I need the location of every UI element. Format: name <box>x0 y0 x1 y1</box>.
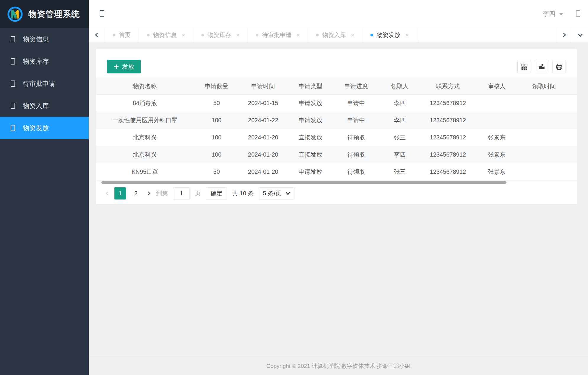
page-number-button-1[interactable]: 1 <box>114 187 126 199</box>
table-cell <box>474 95 519 112</box>
tab-close-icon[interactable] <box>182 32 185 38</box>
brand-logo-icon <box>7 6 24 23</box>
prev-page-button[interactable] <box>105 191 109 196</box>
table-cell: 待领取 <box>334 129 378 146</box>
table-cell: 张景东 <box>474 163 519 181</box>
columns-toggle-button[interactable] <box>517 60 531 73</box>
tab-close-icon[interactable] <box>405 32 409 38</box>
table-cell: 100 <box>194 112 239 129</box>
chevron-right-icon <box>147 191 151 196</box>
table-cell <box>569 163 577 181</box>
table-cell <box>569 95 577 112</box>
sidebar-item-label: 物资入库 <box>23 102 49 110</box>
sidebar-item-0[interactable]: 物资信息 <box>0 28 89 50</box>
caret-down-icon <box>559 13 563 15</box>
column-header-5: 领取人 <box>378 78 421 95</box>
tab-dot-icon <box>316 34 319 36</box>
user-dropdown[interactable]: 李四 <box>543 10 563 18</box>
tab-5[interactable]: 物资发放 <box>362 28 417 42</box>
chevron-left-icon <box>94 33 99 37</box>
issue-button[interactable]: 发放 <box>107 60 141 73</box>
page-size-select[interactable]: 5 条/页 <box>259 187 294 199</box>
tab-2[interactable]: 物资库存 <box>193 28 248 42</box>
tab-label: 物资库存 <box>208 31 231 39</box>
card-toolbar: 发放 <box>96 49 577 78</box>
goto-confirm-button[interactable]: 确定 <box>206 187 227 199</box>
table-cell <box>474 112 519 129</box>
app-root: 物资管理系统 物资信息物资库存待审批申请物资入库物资发放 李四 <box>0 0 588 375</box>
table-cell: 2024-01-20 <box>239 163 287 181</box>
table-row: 北京科兴1002024-01-20直接发放待领取张三12345678912张景东 <box>96 129 577 146</box>
tabbar-spacer <box>417 28 556 42</box>
tab-dot-icon <box>113 34 115 36</box>
column-header-0: 物资名称 <box>96 78 194 95</box>
sidebar-item-1[interactable]: 物资库存 <box>0 50 89 73</box>
table-cell: 50 <box>194 95 239 112</box>
page-number-button-2[interactable]: 2 <box>130 187 142 199</box>
table-cell: 100 <box>194 129 239 146</box>
table-row: 北京科兴1002024-01-20直接发放待领取李四12345678912张景东 <box>96 146 577 163</box>
table-cell <box>519 95 569 112</box>
menu-toggle-button[interactable] <box>100 10 104 18</box>
missing-glyph-icon <box>11 36 15 42</box>
export-button[interactable] <box>535 60 548 73</box>
tabs-scroll-left-button[interactable] <box>89 28 105 42</box>
tab-close-icon[interactable] <box>236 32 239 38</box>
table-cell: 100 <box>194 146 239 163</box>
print-button[interactable] <box>552 60 566 73</box>
sidebar-item-3[interactable]: 物资入库 <box>0 95 89 117</box>
table-row: 84消毒液502024-01-15申请发放申请中李四12345678912 <box>96 95 577 112</box>
tab-close-icon[interactable] <box>351 32 354 38</box>
table-cell: 2024-01-22 <box>239 112 287 129</box>
tab-0[interactable]: 首页 <box>105 28 139 42</box>
sidebar-item-label: 物资库存 <box>23 57 49 66</box>
table-cell: 12345678912 <box>421 95 474 112</box>
table-cell: 申请中 <box>334 95 378 112</box>
tab-1[interactable]: 物资信息 <box>139 28 193 42</box>
table-row: KN95口罩502024-01-20申请发放待领取张三12345678912张景… <box>96 163 577 181</box>
table-wrapper: 物资名称申请数量申请时间申请类型申请进度领取人联系方式审核人领取时间发放时间 8… <box>96 78 577 181</box>
tab-close-icon[interactable] <box>297 32 300 38</box>
sidebar-item-4[interactable]: 物资发放 <box>0 117 89 139</box>
logo-band: 物资管理系统 <box>0 0 89 28</box>
missing-glyph-icon <box>11 103 15 109</box>
sidebar-item-2[interactable]: 待审批申请 <box>0 73 89 95</box>
table-cell: 张三 <box>378 129 421 146</box>
table-cell: 申请发放 <box>287 112 334 129</box>
content-area: 发放 <box>89 42 588 357</box>
header-right-icon-button[interactable] <box>576 10 580 18</box>
table-cell: 2024-01-20 <box>239 146 287 163</box>
sidebar-item-label: 待审批申请 <box>23 79 55 88</box>
table-cell: 一次性使用医用外科口罩 <box>96 112 194 129</box>
table-cell: 84消毒液 <box>96 95 194 112</box>
table-cell <box>519 146 569 163</box>
tab-label: 物资发放 <box>377 31 400 39</box>
tab-label: 首页 <box>119 31 131 39</box>
tab-dot-icon <box>147 34 150 36</box>
tab-4[interactable]: 物资入库 <box>308 28 362 42</box>
missing-glyph-icon <box>11 125 15 131</box>
tab-dot-icon <box>370 34 373 36</box>
table-cell: 张景东 <box>474 146 519 163</box>
tabs-scroll-right-button[interactable] <box>556 28 572 42</box>
table-cell <box>569 129 577 146</box>
table-cell: 直接发放 <box>287 146 334 163</box>
missing-glyph-icon <box>11 58 15 65</box>
app-title: 物资管理系统 <box>28 9 80 20</box>
goto-page-input[interactable] <box>173 187 190 199</box>
table-cell: 12345678912 <box>421 146 474 163</box>
tab-3[interactable]: 待审批申请 <box>248 28 308 42</box>
table-cell: 12345678912 <box>421 112 474 129</box>
issue-table: 物资名称申请数量申请时间申请类型申请进度领取人联系方式审核人领取时间发放时间 8… <box>96 78 577 181</box>
sidebar: 物资管理系统 物资信息物资库存待审批申请物资入库物资发放 <box>0 0 89 375</box>
horizontal-scrollbar[interactable] <box>101 181 506 184</box>
column-header-6: 联系方式 <box>421 78 474 95</box>
tabs-container: 首页物资信息物资库存待审批申请物资入库物资发放 <box>105 28 417 42</box>
chevron-right-icon <box>562 33 567 37</box>
table-cell <box>519 112 569 129</box>
goto-label: 到第 <box>156 189 168 197</box>
column-header-4: 申请进度 <box>334 78 378 95</box>
tabs-menu-button[interactable] <box>572 28 588 42</box>
page-size-value: 5 条/页 <box>263 189 281 197</box>
next-page-button[interactable] <box>147 191 151 196</box>
